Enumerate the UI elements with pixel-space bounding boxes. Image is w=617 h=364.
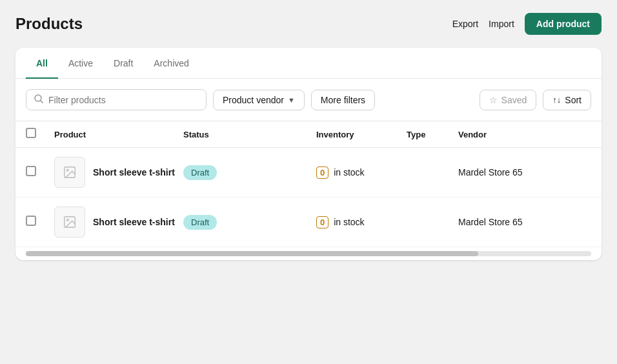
- inventory-zero-badge-2: 0: [316, 216, 329, 228]
- saved-button[interactable]: ☆ Saved: [480, 90, 537, 110]
- product-vendor-2: Mardel Store 65: [458, 217, 591, 227]
- sort-label: Sort: [565, 95, 582, 105]
- column-type: Type: [407, 130, 458, 139]
- more-filters-label: More filters: [321, 95, 365, 105]
- product-vendor-1: Mardel Store 65: [458, 167, 591, 177]
- product-inventory-2: 0 in stock: [316, 217, 407, 227]
- scrollbar-thumb[interactable]: [26, 251, 478, 256]
- column-inventory: Inventory: [316, 130, 407, 139]
- filters-row: Product vendor ▼ More filters ☆ Saved ↑↓…: [15, 79, 602, 121]
- search-icon: [34, 94, 43, 105]
- star-icon: ☆: [489, 95, 498, 105]
- product-inventory-1: 0 in stock: [316, 167, 407, 177]
- table-header: Product Status Inventory Type Vendor: [15, 121, 602, 148]
- tab-archived[interactable]: Archived: [143, 48, 199, 79]
- saved-label: Saved: [501, 95, 527, 105]
- import-button[interactable]: Import: [489, 19, 514, 29]
- export-button[interactable]: Export: [452, 19, 478, 29]
- product-name-1: Short sleeve t-shirt: [85, 167, 175, 177]
- row-checkbox-2[interactable]: [26, 216, 54, 228]
- product-status-1: Draft: [183, 165, 316, 180]
- inventory-text-2: in stock: [334, 217, 364, 227]
- inventory-text-1: in stock: [334, 167, 364, 177]
- column-vendor: Vendor: [458, 130, 591, 139]
- header-actions: Export Import Add product: [452, 13, 602, 35]
- table-row: Short sleeve t-shirt Draft 0 in stock Ma…: [15, 148, 602, 197]
- search-input[interactable]: [48, 95, 198, 105]
- tab-active[interactable]: Active: [58, 48, 103, 79]
- page-header: Products Export Import Add product: [15, 13, 602, 35]
- status-badge-2: Draft: [183, 215, 217, 230]
- chevron-down-icon: ▼: [288, 96, 295, 104]
- add-product-button[interactable]: Add product: [525, 13, 602, 35]
- svg-line-1: [41, 101, 43, 103]
- svg-point-3: [66, 169, 68, 171]
- table-row: Short sleeve t-shirt Draft 0 in stock Ma…: [15, 197, 602, 247]
- product-vendor-label: Product vendor: [223, 95, 284, 105]
- sort-button[interactable]: ↑↓ Sort: [543, 90, 591, 110]
- header-checkbox[interactable]: [26, 128, 36, 138]
- search-box[interactable]: [26, 89, 207, 110]
- product-name-2: Short sleeve t-shirt: [85, 217, 175, 227]
- page-title: Products: [15, 15, 83, 33]
- product-thumbnail-2: [54, 207, 85, 238]
- status-badge-1: Draft: [183, 165, 217, 180]
- product-thumbnail-1: [54, 157, 85, 188]
- more-filters-button[interactable]: More filters: [311, 90, 375, 110]
- tabs-bar: All Active Draft Archived: [15, 48, 602, 79]
- tab-draft[interactable]: Draft: [103, 48, 143, 79]
- column-product: Product: [54, 130, 183, 139]
- inventory-zero-badge-1: 0: [316, 167, 329, 179]
- select-all-checkbox[interactable]: [26, 128, 54, 141]
- sort-icon: ↑↓: [552, 95, 561, 105]
- column-status: Status: [183, 130, 316, 139]
- products-card: All Active Draft Archived Product vendor…: [15, 48, 602, 260]
- svg-point-5: [66, 219, 68, 221]
- tab-all[interactable]: All: [26, 48, 58, 79]
- product-vendor-filter-button[interactable]: Product vendor ▼: [213, 90, 305, 110]
- row-checkbox-1[interactable]: [26, 166, 54, 179]
- product-status-2: Draft: [183, 215, 316, 230]
- horizontal-scrollbar[interactable]: [26, 251, 591, 256]
